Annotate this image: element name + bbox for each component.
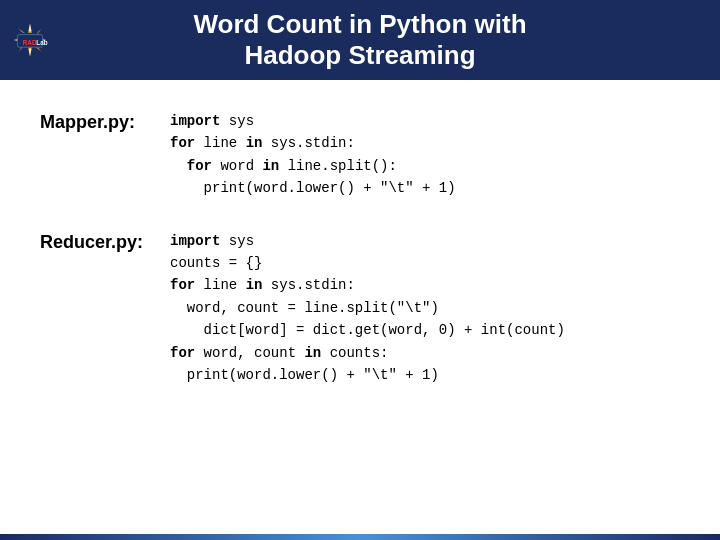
content-area: Mapper.py: import sys for line in sys.st… [0, 80, 720, 436]
reducer-section: Reducer.py: import sys counts = {} for l… [40, 230, 680, 387]
svg-marker-10 [29, 49, 32, 56]
mapper-section: Mapper.py: import sys for line in sys.st… [40, 110, 680, 200]
header: RAD Lab Word Count in Python with Hadoop… [0, 0, 720, 80]
header-title: Word Count in Python with Hadoop Streami… [193, 9, 526, 71]
svg-marker-8 [29, 24, 32, 31]
mapper-code: import sys for line in sys.stdin: for wo… [170, 110, 456, 200]
svg-text:Lab: Lab [36, 39, 47, 46]
logo-area: RAD Lab [12, 22, 48, 58]
logo-starburst-icon: RAD Lab [12, 22, 48, 58]
mapper-label: Mapper.py: [40, 110, 170, 133]
reducer-code: import sys counts = {} for line in sys.s… [170, 230, 565, 387]
svg-text:RAD: RAD [23, 39, 37, 46]
reducer-label: Reducer.py: [40, 230, 170, 253]
footer-bar [0, 534, 720, 540]
svg-marker-7 [19, 29, 26, 34]
